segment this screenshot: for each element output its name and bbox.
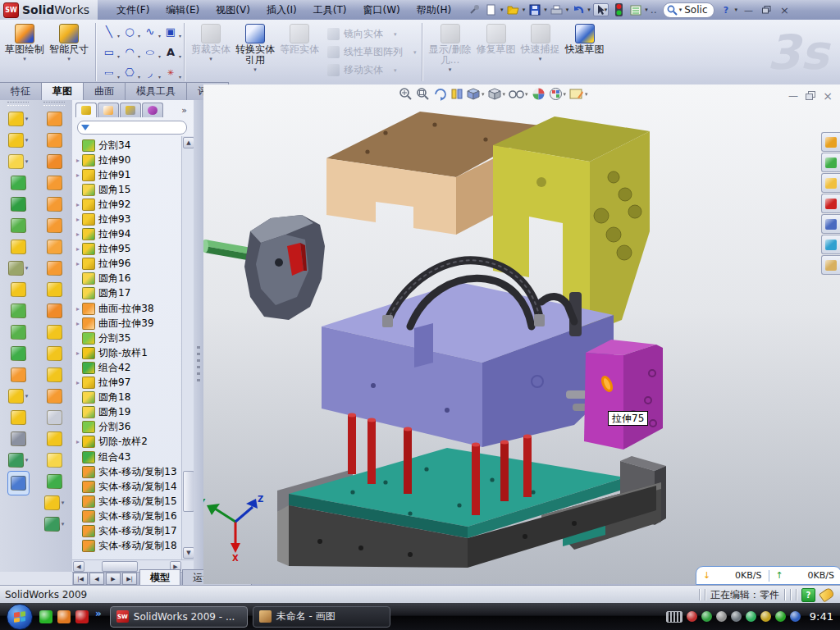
tree-item[interactable]: ▸拉伸97 — [74, 376, 182, 390]
tree-item[interactable]: 圆角18 — [74, 390, 182, 405]
tool-curve[interactable]: ▾ — [8, 450, 29, 471]
tool-mid-surface[interactable] — [47, 407, 62, 428]
menu-5[interactable]: 窗口(W) — [355, 2, 407, 19]
expand-arrow[interactable]: ▸ — [74, 260, 82, 267]
tab-scroll-next[interactable]: ▶ — [106, 573, 121, 585]
tree-item[interactable]: ▸切除-放样1 — [74, 345, 182, 360]
menu-3[interactable]: 插入(I) — [259, 2, 304, 19]
tool-fold[interactable] — [47, 300, 62, 322]
tool-wedge[interactable] — [11, 215, 26, 236]
tree-item[interactable]: 组合43 — [74, 450, 182, 464]
linear-sketch-pattern-button[interactable]: 线性草图阵列▾ — [327, 44, 417, 61]
tags-icon[interactable] — [819, 587, 835, 602]
ribbon-tab-草图[interactable]: 草图 — [41, 82, 84, 100]
sketch-tool-spline-icon[interactable]: ∿▾ — [140, 22, 160, 42]
taskpane-solidworks-resources[interactable] — [821, 132, 840, 152]
doc-close-button[interactable]: × — [820, 89, 835, 102]
trim-entities-button[interactable]: 剪裁实体▾ — [189, 21, 233, 83]
quick-snaps-button[interactable]: 快速捕捉▾ — [518, 21, 563, 83]
taskpane-appearances-scenes[interactable] — [821, 235, 840, 254]
tab-model[interactable]: 模型 — [139, 569, 180, 586]
zoom-area-icon[interactable] — [416, 87, 430, 101]
apply-scene-icon[interactable]: ▾ — [549, 87, 567, 101]
doc-restore-button[interactable] — [803, 89, 818, 102]
expand-arrow[interactable]: ▸ — [74, 349, 82, 357]
menu-4[interactable]: 工具(T) — [306, 2, 354, 19]
panel-expand-chevron[interactable]: » — [181, 105, 192, 116]
save-icon[interactable] — [527, 2, 542, 17]
quicklaunch-media-app[interactable] — [57, 610, 71, 623]
rapid-sketch-button[interactable]: 快速草图 — [563, 21, 607, 83]
help-icon[interactable]: ? — [719, 4, 733, 16]
tool-linear-pattern[interactable]: ▾ — [8, 258, 29, 279]
sketch-tool-line-icon[interactable]: ╲▾ — [99, 22, 119, 42]
rotate-view-icon[interactable] — [433, 87, 447, 101]
tool-solid-body[interactable] — [47, 343, 62, 364]
tray-update-gear[interactable] — [716, 611, 727, 622]
tree-item[interactable]: ▸拉伸91 — [74, 167, 182, 182]
tray-volume[interactable] — [731, 611, 742, 622]
display-delete-relations-button[interactable]: 显示/删除几...▾ — [427, 21, 474, 83]
quick-tips-icon[interactable]: ? — [801, 588, 815, 602]
tool-measure[interactable] — [7, 471, 30, 495]
menu-0[interactable]: 文件(F) — [109, 2, 157, 19]
tree-item[interactable]: ▸拉伸92 — [74, 197, 182, 212]
tool-split[interactable] — [11, 322, 26, 343]
taskbar-window-paint[interactable]: 未命名 - 画图 — [253, 606, 390, 628]
print-icon[interactable] — [550, 2, 564, 17]
expand-arrow[interactable]: ▸ — [74, 201, 82, 208]
toolbar-overflow[interactable]: ‥ — [651, 4, 657, 16]
taskpane-custom-properties[interactable] — [821, 255, 840, 275]
tree-item[interactable]: ▸拉伸96 — [74, 257, 182, 272]
expand-arrow[interactable]: ▸ — [74, 320, 82, 327]
tool-move-face[interactable] — [47, 386, 62, 407]
tool-dome[interactable] — [47, 130, 62, 151]
tool-extruded-boss[interactable]: ▾ — [8, 108, 29, 130]
scroll-thumb[interactable] — [102, 561, 138, 572]
tool-reference-geometry[interactable]: ▾ — [44, 492, 65, 514]
tree-item[interactable]: ▸拉伸90 — [74, 153, 182, 167]
start-button[interactable] — [7, 604, 33, 630]
scroll-left-arrow[interactable]: ◀ — [73, 561, 84, 572]
view-orientation-icon[interactable]: ▾ — [467, 87, 485, 101]
tool-flex[interactable] — [47, 108, 62, 130]
smart-dimension-button[interactable]: 智能尺寸▾ — [47, 21, 91, 83]
tree-item[interactable]: ▸拉伸93 — [74, 212, 182, 226]
offset-entities-button[interactable]: 等距实体 — [277, 21, 322, 83]
tab-configuration-manager[interactable] — [120, 103, 141, 117]
repair-sketch-button[interactable]: 修复草图 — [474, 21, 518, 83]
tool-wrap[interactable] — [11, 236, 26, 258]
tool-draft[interactable] — [11, 300, 26, 322]
taskpane-solidworks-search[interactable] — [821, 194, 840, 213]
sketch-tool-slot-icon[interactable]: ▭▾ — [99, 63, 119, 83]
input-method-keyboard-icon[interactable] — [666, 611, 682, 623]
taskpane-file-explorer[interactable] — [821, 173, 840, 193]
mirror-entities-button[interactable]: 镜向实体▾ — [327, 26, 417, 43]
taskpane-design-library[interactable] — [821, 153, 840, 172]
tool-vent[interactable] — [47, 172, 62, 194]
expand-arrow[interactable]: ▸ — [74, 231, 82, 238]
tab-scroll-first[interactable]: |◀ — [73, 573, 88, 585]
ribbon-tab-模具工具[interactable]: 模具工具 — [125, 82, 187, 100]
quick-launch-overflow[interactable]: » — [95, 608, 102, 619]
search-input[interactable]: Solic — [684, 4, 707, 16]
scroll-up-arrow[interactable]: ▲ — [183, 137, 194, 148]
tree-item[interactable]: ▸曲面-拉伸39 — [74, 316, 182, 331]
tool-wrap-surface[interactable] — [47, 194, 62, 215]
expand-arrow[interactable]: ▸ — [74, 438, 82, 445]
tray-security-shield[interactable] — [701, 611, 712, 622]
tool-fillet[interactable]: ▾ — [8, 151, 29, 172]
tool-extruded-cut[interactable]: ▾ — [8, 130, 29, 151]
tool-chamfer[interactable] — [11, 172, 26, 194]
tool-delete-hole[interactable] — [47, 322, 62, 343]
tab-feature-manager[interactable] — [75, 103, 97, 117]
tree-item[interactable]: 实体-移动/复制15 — [74, 494, 182, 509]
sketch-tool-text-icon[interactable]: A▾ — [161, 43, 180, 62]
tray-blocked-app[interactable] — [790, 611, 801, 622]
tray-antivirus-shield[interactable] — [687, 611, 697, 622]
tool-reference-axis[interactable] — [11, 428, 26, 450]
tree-item[interactable]: ▸曲面-拉伸38 — [74, 301, 182, 316]
tray-sync-tool[interactable] — [746, 611, 756, 622]
tool-shell[interactable] — [11, 194, 26, 215]
model-canvas[interactable]: X Y Z — [203, 100, 840, 584]
